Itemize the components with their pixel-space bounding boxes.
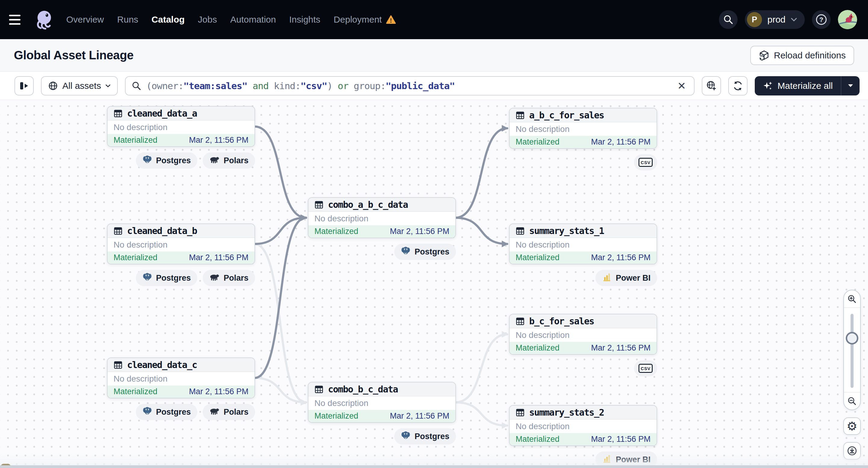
environment-initial: P [747,12,762,27]
asset-filter-input[interactable]: (owner:"team:sales" and kind:"csv") or g… [125,76,694,95]
bottom-scrollbar[interactable] [0,465,868,468]
environment-switcher[interactable]: P prod [745,10,805,29]
kind-tag-postgres[interactable]: Postgres [136,404,197,420]
table-icon [114,226,123,236]
table-icon [516,408,525,417]
table-icon [114,361,123,370]
dagster-logo-icon[interactable] [33,9,54,30]
edge-combo_a_b_c_data-to-summary_stats_1 [455,218,507,244]
zoom-slider-track[interactable] [850,314,854,388]
panel-expand-icon [19,81,30,91]
asset-status: Materialized [314,227,359,236]
asset-timestamp: Mar 2, 11:56 PM [591,435,651,444]
asset-timestamp: Mar 2, 11:56 PM [591,253,651,262]
graph-settings-button[interactable]: ⚙ [843,417,861,435]
polars-icon [209,155,220,164]
open-sidebar-button[interactable] [14,76,34,95]
reload-definitions-button[interactable]: Reload definitions [750,46,855,65]
zoom-in-button[interactable] [844,290,860,308]
nav-item-jobs[interactable]: Jobs [198,14,217,25]
menu-icon[interactable] [9,11,26,28]
kind-tag-polars[interactable]: Polars [203,404,255,420]
asset-timestamp: Mar 2, 11:56 PM [591,343,651,353]
asset-description: No description [509,328,657,342]
asset-tags-cleaned_data_a: Postgres Polars [136,152,255,169]
csv-icon: CSV [639,158,653,167]
powerbi-icon [602,454,612,464]
kind-tag-polars[interactable]: Polars [203,152,255,169]
user-avatar[interactable] [838,10,857,29]
asset-node-cleaned_data_c[interactable]: cleaned_data_c No description Materializ… [107,357,255,399]
help-button[interactable]: ? [812,10,831,29]
zoom-slider-thumb[interactable] [846,332,858,345]
zoom-out-button[interactable] [844,392,860,410]
asset-description: No description [308,212,455,225]
asset-description: No description [107,121,254,134]
kind-tag-postgres[interactable]: Postgres [394,244,456,260]
nav-items: Overview Runs Catalog Jobs Automation In… [66,14,712,25]
asset-timestamp: Mar 2, 11:56 PM [189,135,248,145]
edge-combo_b_c_data-to-summary_stats_2 [455,402,507,426]
page-header: Global Asset Lineage Reload definitions [0,39,868,72]
table-icon [314,200,323,209]
table-icon [314,385,323,394]
asset-timestamp: Mar 2, 11:56 PM [189,387,248,396]
postgres-icon [401,246,410,256]
asset-node-summary_stats_1[interactable]: summary_stats_1 No description Materiali… [509,223,657,264]
nav-item-insights[interactable]: Insights [289,14,320,25]
chevron-down-icon [105,84,111,87]
kind-tag-csv[interactable]: CSV [634,154,657,170]
refresh-icon [733,81,743,91]
download-image-button[interactable] [843,442,861,460]
page-title: Global Asset Lineage [14,49,133,62]
environment-name: prod [767,14,785,25]
reload-cube-icon [759,50,770,61]
asset-node-cleaned_data_b[interactable]: cleaned_data_b No description Materializ… [107,223,255,264]
nav-item-runs[interactable]: Runs [117,14,138,25]
asset-tags-b_c_for_sales: CSV [634,360,657,376]
asset-node-cleaned_data_a[interactable]: cleaned_data_a No description Materializ… [107,106,255,147]
warning-icon [386,15,396,24]
kind-tag-postgres[interactable]: Postgres [136,152,197,169]
asset-node-b_c_for_sales[interactable]: b_c_for_sales No description Materialize… [509,314,657,355]
asset-node-a_b_c_for_sales[interactable]: a_b_c_for_sales No description Materiali… [509,108,657,149]
asset-timestamp: Mar 2, 11:56 PM [390,411,450,421]
asset-scope-selector[interactable]: All assets [41,76,118,95]
nav-item-deployment[interactable]: Deployment [334,14,396,25]
nav-item-automation[interactable]: Automation [230,14,276,25]
chevron-down-icon [791,18,797,21]
asset-timestamp: Mar 2, 11:56 PM [591,137,651,147]
clear-filter-icon[interactable]: ✕ [676,81,688,91]
asset-timestamp: Mar 2, 11:56 PM [390,227,450,236]
asset-node-summary_stats_2[interactable]: summary_stats_2 No description Materiali… [509,405,657,446]
kind-tag-postgres[interactable]: Postgres [394,428,456,444]
polars-icon [209,273,220,282]
asset-node-combo_a_b_c_data[interactable]: combo_a_b_c_data No description Material… [308,197,456,238]
asset-name: summary_stats_2 [529,407,604,418]
materialize-all-button[interactable]: Materialize all [755,76,860,95]
kind-tag-polars[interactable]: Polars [203,270,255,286]
asset-status: Materialized [314,411,359,421]
asset-status: Materialized [114,387,157,396]
top-nav: Overview Runs Catalog Jobs Automation In… [0,0,868,39]
kind-tag-csv[interactable]: CSV [634,360,657,376]
add-scope-button[interactable] [702,76,721,95]
nav-item-catalog[interactable]: Catalog [152,14,185,25]
filter-toolbar: All assets (owner:"team:sales" and kind:… [0,72,868,100]
zoom-out-icon [847,396,857,406]
lineage-canvas[interactable]: cleaned_data_a No description Materializ… [0,100,868,468]
materialize-options-button[interactable] [841,76,860,95]
graph-view-controls: ⚙ [843,290,861,460]
filter-query-text[interactable]: (owner:"team:sales" and kind:"csv") or g… [146,81,671,91]
kind-tag-powerbi[interactable]: Power BI [595,270,657,286]
asset-node-combo_b_c_data[interactable]: combo_b_c_data No description Materializ… [308,382,456,423]
asset-description: No description [107,238,254,251]
kind-tag-postgres[interactable]: Postgres [136,270,197,286]
zoom-in-icon [847,294,857,304]
powerbi-icon [602,272,612,282]
refresh-button[interactable] [728,76,747,95]
search-button[interactable] [719,10,738,29]
svg-text:?: ? [819,16,823,24]
download-icon [847,446,857,456]
nav-item-overview[interactable]: Overview [66,14,104,25]
